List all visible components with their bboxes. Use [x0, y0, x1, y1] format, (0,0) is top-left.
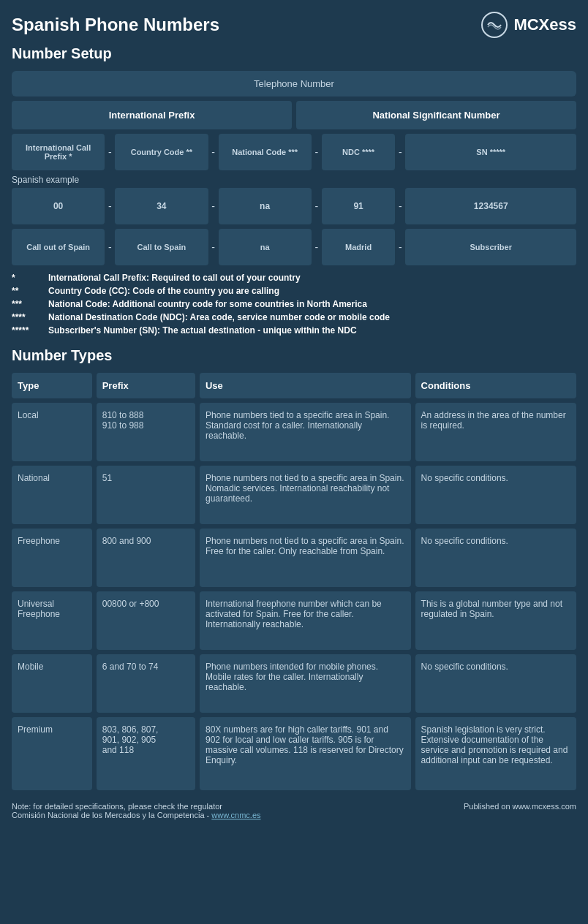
td-prefix-3: 00800 or +800: [97, 591, 195, 650]
table-header: Type Prefix Use Conditions: [12, 373, 576, 398]
th-use: Use: [200, 373, 411, 398]
example-val-0: 00: [12, 188, 105, 224]
footer-regulator: Comisión Nacional de los Mercados y la C…: [12, 811, 261, 819]
footer-note: Note: for detailed specifications, pleas…: [12, 802, 261, 811]
footer-regulator-name: Comisión Nacional de los Mercados y la C…: [12, 811, 205, 819]
example-val-4: 1234567: [405, 188, 576, 224]
sep4: -: [395, 134, 405, 170]
td-conditions-5: Spanish legislation is very strict. Exte…: [415, 717, 576, 790]
example-val-3: 91: [322, 188, 396, 224]
td-prefix-1: 51: [97, 466, 195, 524]
prefix-nsn-headers: International Prefix National Significan…: [12, 101, 576, 129]
example-name-2: na: [219, 229, 312, 265]
th-prefix: Prefix: [97, 373, 195, 398]
example-label: Spanish example: [12, 175, 576, 185]
th-type: Type: [12, 373, 92, 398]
example-names-row: Call out of Spain - Call to Spain - na -…: [12, 229, 576, 265]
table-row: Freephone 800 and 900 Phone numbers not …: [12, 529, 576, 587]
logo-text: MCXess: [513, 15, 576, 34]
sep3: -: [312, 134, 322, 170]
td-use-2: Phone numbers not tied to a specific are…: [200, 529, 411, 587]
note-text-4: Subscriber's Number (SN): The actual des…: [48, 325, 357, 336]
td-type-5: Premium: [12, 717, 92, 790]
table-row: Mobile 6 and 70 to 74 Phone numbers inte…: [12, 654, 576, 713]
sep11: -: [312, 229, 322, 265]
note-2: *** National Code: Additional country co…: [12, 299, 576, 309]
td-conditions-1: No specific conditions.: [415, 466, 576, 524]
note-stars-1: **: [12, 286, 41, 296]
example-name-4: Subscriber: [405, 229, 576, 265]
table-row: Universal Freephone 00800 or +800 Intern…: [12, 591, 576, 650]
td-type-0: Local: [12, 403, 92, 461]
note-stars-4: *****: [12, 325, 41, 336]
notes-section: * International Call Prefix: Required to…: [12, 273, 576, 336]
footer-published: Published on www.mcxess.com: [464, 802, 576, 819]
sep7: -: [312, 188, 322, 224]
td-use-5: 80X numbers are for high caller tariffs.…: [200, 717, 411, 790]
example-values-row: 00 - 34 - na - 91 - 1234567: [12, 188, 576, 224]
td-use-1: Phone numbers not tied to a specific are…: [200, 466, 411, 524]
td-conditions-2: No specific conditions.: [415, 529, 576, 587]
note-text-3: National Destination Code (NDC): Area co…: [48, 312, 390, 322]
example-val-2: na: [219, 188, 312, 224]
col-nc: National Code ***: [219, 134, 312, 170]
national-significant-number-header: National Significant Number: [296, 101, 576, 129]
number-types-title: Number Types: [12, 347, 576, 364]
sep8: -: [395, 188, 405, 224]
td-conditions-3: This is a global number type and not reg…: [415, 591, 576, 650]
td-use-3: International freephone number which can…: [200, 591, 411, 650]
td-use-4: Phone numbers intended for mobile phones…: [200, 654, 411, 713]
page-title: Spanish Phone Numbers: [12, 15, 219, 35]
note-stars-0: *: [12, 273, 41, 283]
footer: Note: for detailed specifications, pleas…: [12, 802, 576, 819]
td-prefix-5: 803, 806, 807, 901, 902, 905 and 118: [97, 717, 195, 790]
logo-icon: [481, 12, 508, 38]
note-text-0: International Call Prefix: Required to c…: [48, 273, 301, 283]
sep12: -: [395, 229, 405, 265]
footer-regulator-link[interactable]: www.cnmc.es: [211, 811, 260, 819]
note-text-2: National Code: Additional country code f…: [48, 299, 367, 309]
note-4: ***** Subscriber's Number (SN): The actu…: [12, 325, 576, 336]
td-prefix-0: 810 to 888 910 to 988: [97, 403, 195, 461]
sep6: -: [208, 188, 219, 224]
note-0: * International Call Prefix: Required to…: [12, 273, 576, 283]
note-stars-3: ****: [12, 312, 41, 322]
note-1: ** Country Code (CC): Code of the countr…: [12, 286, 576, 296]
td-conditions-0: An address in the area of the number is …: [415, 403, 576, 461]
example-name-0: Call out of Spain: [12, 229, 105, 265]
sep10: -: [208, 229, 219, 265]
sep9: -: [105, 229, 115, 265]
note-stars-2: ***: [12, 299, 41, 309]
th-conditions: Conditions: [415, 373, 576, 398]
number-setup-section: Number Setup Telephone Number Internatio…: [12, 45, 576, 336]
table-row: Premium 803, 806, 807, 901, 902, 905 and…: [12, 717, 576, 790]
sep2: -: [208, 134, 219, 170]
col-icp: International Call Prefix *: [12, 134, 105, 170]
example-name-3: Madrid: [322, 229, 396, 265]
td-prefix-4: 6 and 70 to 74: [97, 654, 195, 713]
col-cc: Country Code **: [115, 134, 208, 170]
number-setup-title: Number Setup: [12, 45, 576, 62]
col-ndc: NDC ****: [322, 134, 396, 170]
td-prefix-2: 800 and 900: [97, 529, 195, 587]
sep1: -: [105, 134, 115, 170]
note-3: **** National Destination Code (NDC): Ar…: [12, 312, 576, 322]
example-val-1: 34: [115, 188, 208, 224]
td-use-0: Phone numbers tied to a specific area in…: [200, 403, 411, 461]
td-type-2: Freephone: [12, 529, 92, 587]
note-text-1: Country Code (CC): Code of the country y…: [48, 286, 279, 296]
logo: MCXess: [481, 12, 576, 38]
td-conditions-4: No specific conditions.: [415, 654, 576, 713]
table-row: National 51 Phone numbers not tied to a …: [12, 466, 576, 524]
example-name-1: Call to Spain: [115, 229, 208, 265]
table-row: Local 810 to 888 910 to 988 Phone number…: [12, 403, 576, 461]
sep5: -: [105, 188, 115, 224]
td-type-1: National: [12, 466, 92, 524]
td-type-3: Universal Freephone: [12, 591, 92, 650]
footer-left: Note: for detailed specifications, pleas…: [12, 802, 261, 819]
td-type-4: Mobile: [12, 654, 92, 713]
column-headers-row: International Call Prefix * - Country Co…: [12, 134, 576, 170]
telephone-number-label: Telephone Number: [12, 71, 576, 96]
number-types-section: Number Types Type Prefix Use Conditions …: [12, 347, 576, 790]
col-sn: SN *****: [405, 134, 576, 170]
